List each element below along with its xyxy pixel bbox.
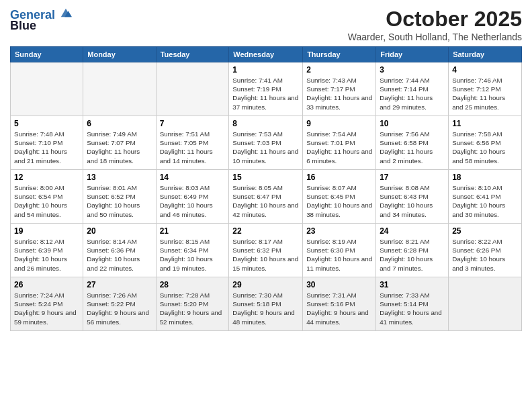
day-info: Sunrise: 8:07 AM Sunset: 6:45 PM Dayligh… xyxy=(306,183,372,219)
day-info: Sunrise: 8:21 AM Sunset: 6:28 PM Dayligh… xyxy=(380,237,445,273)
day-info: Sunrise: 7:31 AM Sunset: 5:16 PM Dayligh… xyxy=(306,291,372,326)
day-info: Sunrise: 8:00 AM Sunset: 6:54 PM Dayligh… xyxy=(14,183,79,219)
day-info: Sunrise: 8:17 AM Sunset: 6:32 PM Dayligh… xyxy=(232,237,299,273)
calendar-cell: 9Sunrise: 7:54 AM Sunset: 7:01 PM Daylig… xyxy=(303,116,376,170)
calendar-header-saturday: Saturday xyxy=(449,47,522,62)
day-info: Sunrise: 7:53 AM Sunset: 7:03 PM Dayligh… xyxy=(232,130,299,165)
calendar-week-3: 19Sunrise: 8:12 AM Sunset: 6:39 PM Dayli… xyxy=(11,224,522,277)
page: General Blue October 2025 Waarder, South… xyxy=(0,0,532,411)
calendar-cell xyxy=(449,277,522,331)
day-info: Sunrise: 8:22 AM Sunset: 6:26 PM Dayligh… xyxy=(452,237,518,273)
day-number: 1 xyxy=(232,65,299,75)
calendar-cell: 4Sunrise: 7:46 AM Sunset: 7:12 PM Daylig… xyxy=(449,62,522,116)
day-info: Sunrise: 7:44 AM Sunset: 7:14 PM Dayligh… xyxy=(380,76,445,111)
day-number: 26 xyxy=(14,280,79,289)
day-info: Sunrise: 7:51 AM Sunset: 7:05 PM Dayligh… xyxy=(160,130,226,165)
day-number: 17 xyxy=(380,173,445,182)
calendar-cell: 11Sunrise: 7:58 AM Sunset: 6:56 PM Dayli… xyxy=(449,116,522,170)
day-number: 11 xyxy=(452,119,518,128)
day-info: Sunrise: 8:15 AM Sunset: 6:34 PM Dayligh… xyxy=(160,237,226,273)
calendar-cell: 31Sunrise: 7:33 AM Sunset: 5:14 PM Dayli… xyxy=(376,277,449,331)
calendar-cell: 21Sunrise: 8:15 AM Sunset: 6:34 PM Dayli… xyxy=(156,224,229,277)
day-number: 28 xyxy=(160,280,226,289)
calendar-cell: 5Sunrise: 7:48 AM Sunset: 7:10 PM Daylig… xyxy=(11,116,83,170)
day-info: Sunrise: 7:48 AM Sunset: 7:10 PM Dayligh… xyxy=(14,130,79,165)
calendar-cell: 23Sunrise: 8:19 AM Sunset: 6:30 PM Dayli… xyxy=(303,224,376,277)
day-number: 9 xyxy=(306,119,372,128)
day-info: Sunrise: 8:12 AM Sunset: 6:39 PM Dayligh… xyxy=(14,237,79,273)
day-number: 16 xyxy=(306,173,372,182)
day-number: 5 xyxy=(14,119,79,128)
calendar-cell: 14Sunrise: 8:03 AM Sunset: 6:49 PM Dayli… xyxy=(156,170,229,224)
day-number: 30 xyxy=(306,280,372,289)
calendar-cell: 29Sunrise: 7:30 AM Sunset: 5:18 PM Dayli… xyxy=(229,277,303,331)
calendar-cell: 17Sunrise: 8:08 AM Sunset: 6:43 PM Dayli… xyxy=(376,170,449,224)
calendar-cell: 24Sunrise: 8:21 AM Sunset: 6:28 PM Dayli… xyxy=(376,224,449,277)
day-number: 27 xyxy=(87,280,152,289)
day-info: Sunrise: 8:14 AM Sunset: 6:36 PM Dayligh… xyxy=(87,237,152,273)
day-info: Sunrise: 7:56 AM Sunset: 6:58 PM Dayligh… xyxy=(380,130,445,165)
day-number: 6 xyxy=(87,119,152,128)
calendar-header-tuesday: Tuesday xyxy=(156,47,229,62)
calendar-week-1: 5Sunrise: 7:48 AM Sunset: 7:10 PM Daylig… xyxy=(11,116,522,170)
day-info: Sunrise: 8:05 AM Sunset: 6:47 PM Dayligh… xyxy=(232,183,299,219)
subtitle: Waarder, South Holland, The Netherlands xyxy=(348,32,522,42)
calendar: SundayMondayTuesdayWednesdayThursdayFrid… xyxy=(10,46,522,331)
day-info: Sunrise: 7:24 AM Sunset: 5:24 PM Dayligh… xyxy=(14,291,79,326)
day-info: Sunrise: 7:54 AM Sunset: 7:01 PM Dayligh… xyxy=(306,130,372,165)
day-number: 18 xyxy=(452,173,518,182)
day-info: Sunrise: 7:26 AM Sunset: 5:22 PM Dayligh… xyxy=(87,291,152,326)
title-block: October 2025 Waarder, South Holland, The… xyxy=(348,7,522,42)
calendar-cell: 6Sunrise: 7:49 AM Sunset: 7:07 PM Daylig… xyxy=(83,116,156,170)
calendar-cell: 3Sunrise: 7:44 AM Sunset: 7:14 PM Daylig… xyxy=(376,62,449,116)
day-number: 23 xyxy=(306,226,372,236)
day-number: 21 xyxy=(160,226,226,236)
calendar-week-4: 26Sunrise: 7:24 AM Sunset: 5:24 PM Dayli… xyxy=(11,277,522,331)
calendar-cell: 26Sunrise: 7:24 AM Sunset: 5:24 PM Dayli… xyxy=(11,277,83,331)
day-number: 20 xyxy=(87,226,152,236)
calendar-header-thursday: Thursday xyxy=(303,47,376,62)
calendar-header-wednesday: Wednesday xyxy=(229,47,303,62)
day-info: Sunrise: 7:46 AM Sunset: 7:12 PM Dayligh… xyxy=(452,76,518,111)
day-info: Sunrise: 8:08 AM Sunset: 6:43 PM Dayligh… xyxy=(380,183,445,219)
day-info: Sunrise: 7:30 AM Sunset: 5:18 PM Dayligh… xyxy=(232,291,299,326)
calendar-cell: 7Sunrise: 7:51 AM Sunset: 7:05 PM Daylig… xyxy=(156,116,229,170)
day-number: 13 xyxy=(87,173,152,182)
calendar-cell: 13Sunrise: 8:01 AM Sunset: 6:52 PM Dayli… xyxy=(83,170,156,224)
calendar-cell xyxy=(83,62,156,116)
calendar-body: 1Sunrise: 7:41 AM Sunset: 7:19 PM Daylig… xyxy=(11,62,522,331)
day-number: 12 xyxy=(14,173,79,182)
day-info: Sunrise: 7:33 AM Sunset: 5:14 PM Dayligh… xyxy=(380,291,445,326)
calendar-cell: 10Sunrise: 7:56 AM Sunset: 6:58 PM Dayli… xyxy=(376,116,449,170)
calendar-cell: 15Sunrise: 8:05 AM Sunset: 6:47 PM Dayli… xyxy=(229,170,303,224)
day-number: 22 xyxy=(232,226,299,236)
calendar-cell: 1Sunrise: 7:41 AM Sunset: 7:19 PM Daylig… xyxy=(229,62,303,116)
header: General Blue October 2025 Waarder, South… xyxy=(10,7,522,42)
calendar-header-row: SundayMondayTuesdayWednesdayThursdayFrid… xyxy=(11,47,522,62)
month-title: October 2025 xyxy=(348,7,522,32)
calendar-cell: 30Sunrise: 7:31 AM Sunset: 5:16 PM Dayli… xyxy=(303,277,376,331)
calendar-cell: 28Sunrise: 7:28 AM Sunset: 5:20 PM Dayli… xyxy=(156,277,229,331)
day-number: 19 xyxy=(14,226,79,236)
calendar-cell: 19Sunrise: 8:12 AM Sunset: 6:39 PM Dayli… xyxy=(11,224,83,277)
day-info: Sunrise: 7:28 AM Sunset: 5:20 PM Dayligh… xyxy=(160,291,226,326)
calendar-week-0: 1Sunrise: 7:41 AM Sunset: 7:19 PM Daylig… xyxy=(11,62,522,116)
calendar-cell: 18Sunrise: 8:10 AM Sunset: 6:41 PM Dayli… xyxy=(449,170,522,224)
calendar-cell: 2Sunrise: 7:43 AM Sunset: 7:17 PM Daylig… xyxy=(303,62,376,116)
day-info: Sunrise: 7:41 AM Sunset: 7:19 PM Dayligh… xyxy=(232,76,299,111)
day-info: Sunrise: 7:43 AM Sunset: 7:17 PM Dayligh… xyxy=(306,76,372,111)
day-number: 14 xyxy=(160,173,226,182)
day-number: 8 xyxy=(232,119,299,128)
calendar-header-sunday: Sunday xyxy=(11,47,83,62)
calendar-week-2: 12Sunrise: 8:00 AM Sunset: 6:54 PM Dayli… xyxy=(11,170,522,224)
day-number: 3 xyxy=(380,65,445,75)
calendar-cell: 16Sunrise: 8:07 AM Sunset: 6:45 PM Dayli… xyxy=(303,170,376,224)
day-info: Sunrise: 7:49 AM Sunset: 7:07 PM Dayligh… xyxy=(87,130,152,165)
day-number: 2 xyxy=(306,65,372,75)
day-number: 7 xyxy=(160,119,226,128)
calendar-header-monday: Monday xyxy=(83,47,156,62)
day-info: Sunrise: 8:01 AM Sunset: 6:52 PM Dayligh… xyxy=(87,183,152,219)
calendar-cell: 12Sunrise: 8:00 AM Sunset: 6:54 PM Dayli… xyxy=(11,170,83,224)
day-number: 24 xyxy=(380,226,445,236)
calendar-cell: 8Sunrise: 7:53 AM Sunset: 7:03 PM Daylig… xyxy=(229,116,303,170)
